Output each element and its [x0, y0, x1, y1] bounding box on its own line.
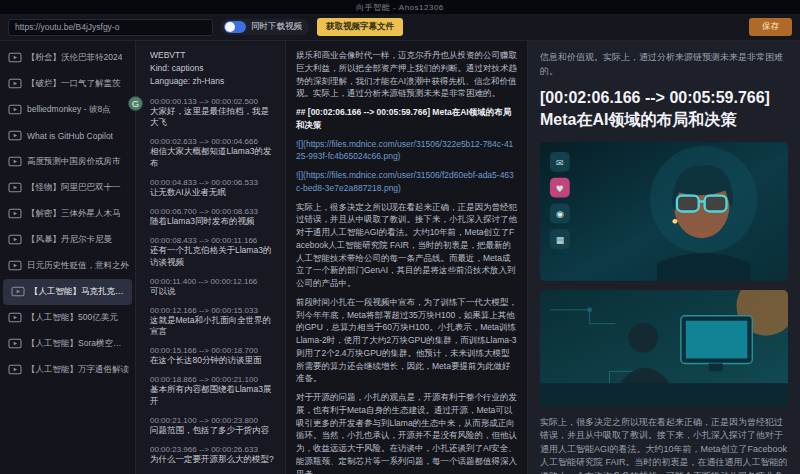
subtitle-text: 这就是Meta和小扎面向全世界的宣言	[150, 315, 277, 339]
subtitle-timestamp: 00:00:04.833 --> 00:00:06.533	[150, 178, 277, 187]
video-icon	[8, 364, 22, 376]
subtitle-timestamp: 00:00:12.166 --> 00:00:15.033	[150, 306, 277, 315]
markdown-editor[interactable]: 娱乐和商业会像时代一样，迈克尔乔丹也从投资的公司赚取巨大利益，所以把全部资产押上…	[286, 41, 528, 474]
preview-panel: 信息和价值观。实际上，通过分析来源链预测未来是非常困难的。 [00:02:06.…	[528, 41, 800, 474]
editor-paragraph[interactable]: 娱乐和商业会像时代一样，迈克尔乔丹也从投资的公司赚取巨大利益，所以把全部资产押上…	[296, 49, 517, 100]
app-window: 向乎智能 - Ahos12306 同时下载视频 获取视频字幕文件 保存	[0, 0, 800, 474]
video-list-item[interactable]: 【人工智能】万字通俗解读	[0, 357, 135, 383]
editor-paragraph-text: ## [00:02:06.166 --> 00:05:59.766] Meta在…	[296, 107, 511, 130]
subtitle-timestamp: 00:00:08.433 --> 00:00:11.166	[150, 236, 277, 245]
subtitle-text: 可以说	[150, 286, 277, 298]
video-list-item[interactable]: 【破烂】一口气了解盖茨	[0, 71, 135, 97]
video-list-item-label: 日元历史性贬值，意料之外	[27, 260, 129, 272]
subtitle-entry[interactable]: 00:00:04.833 --> 00:00:06.533 让无数AI从业者无眠	[150, 178, 277, 199]
video-list-item[interactable]: 【风暴】丹尼尔卡尼曼	[0, 227, 135, 253]
video-icon	[8, 52, 22, 64]
video-list-item[interactable]: 【怪物】阿里巴巴双十一	[0, 175, 135, 201]
avatar-badge[interactable]: G	[128, 96, 143, 111]
subtitle-text: 为什么一定要开源那么大的模型?	[150, 454, 277, 466]
subtitle-text: 还有一个扎克伯格关于Llama3的访谈视频	[150, 245, 277, 269]
video-list-item[interactable]: belliedmonkey - 彼8点	[0, 97, 135, 123]
video-icon	[8, 130, 22, 142]
vtt-kind-line: Kind: captions	[150, 62, 277, 75]
video-list-item-label: 高度预测中国房价或房市	[27, 156, 121, 168]
subtitle-text: 相信大家大概都知道Llama3的发布	[150, 146, 277, 170]
download-video-toggle[interactable]: 同时下载视频	[221, 19, 309, 35]
subtitle-timestamp: 00:00:00.133 --> 00:00:02.500	[150, 97, 277, 106]
url-input[interactable]	[8, 19, 213, 36]
svg-text:◉: ◉	[556, 209, 564, 219]
video-list-item-label: 【破烂】一口气了解盖茨	[27, 78, 121, 90]
editor-paragraph[interactable]: 实际上，很多决定之所以现在看起来正确，正是因为曾经犯过错误，并且从中吸取了教训。…	[296, 201, 517, 290]
video-list-item[interactable]: 【人工智能】马克扎克伯格	[3, 279, 132, 305]
video-icon	[8, 312, 22, 324]
video-icon	[8, 338, 22, 350]
video-list-item[interactable]: What is GitHub Copilot	[0, 123, 135, 149]
vtt-format-line: WEBVTT	[150, 49, 277, 62]
video-icon	[8, 156, 22, 168]
svg-text:▦: ▦	[556, 235, 564, 245]
editor-paragraph-text: 对于开源的问题，小扎的观点是，开源有利于整个行业的发展，也有利于Meta自身的生…	[296, 392, 517, 474]
video-list-item-label: 【怪物】阿里巴巴双十一	[27, 182, 121, 194]
subtitle-timestamp: 00:00:11.400 --> 00:00:12.166	[150, 277, 277, 286]
save-button[interactable]: 保存	[749, 18, 792, 36]
subtitle-timestamp: 00:00:15.166 --> 00:00:18.700	[150, 346, 277, 355]
subtitle-text: 在这个长达80分钟的访谈里面	[150, 355, 277, 367]
subtitle-entry[interactable]: 00:00:12.166 --> 00:00:15.033 这就是Meta和小扎…	[150, 306, 277, 339]
editor-paragraph[interactable]: ![](https://files.mdnice.com/user/31506/…	[296, 138, 517, 164]
video-list-item-label: 【风暴】丹尼尔卡尼曼	[27, 234, 112, 246]
video-icon	[8, 260, 22, 272]
subtitle-entry[interactable]: 00:00:15.166 --> 00:00:18.700 在这个长达80分钟的…	[150, 346, 277, 367]
video-list-item[interactable]: 日元历史性贬值，意料之外	[0, 253, 135, 279]
editor-paragraph-text: 娱乐和商业会像时代一样，迈克尔乔丹也从投资的公司赚取巨大利益，所以把全部资产押上…	[296, 50, 517, 98]
subtitle-entry[interactable]: 00:00:18.866 --> 00:00:21.100 基本所有内容都围绕着…	[150, 375, 277, 408]
editor-paragraph[interactable]: 前段时间小扎在一段视频中宣布，为了训练下一代大模型，到今年年底，Meta将部署超…	[296, 296, 517, 385]
subtitle-text: 随着Llama3同时发布的视频	[150, 216, 277, 228]
svg-text:✉: ✉	[556, 158, 563, 168]
subtitle-timestamp: 00:00:23.966 --> 00:00:26.633	[150, 445, 277, 454]
editor-paragraph[interactable]: ![](https://files.mdnice.com/user/31506/…	[296, 169, 517, 195]
subtitle-entry[interactable]: 00:00:02.633 --> 00:00:04.666 相信大家大概都知道L…	[150, 137, 277, 170]
subtitle-entry[interactable]: 00:00:00.133 --> 00:00:02.500 大家好，这里是最佳拍…	[150, 97, 277, 130]
subtitle-entry[interactable]: 00:00:21.100 --> 00:00:23.800 问题范围，包括了多少…	[150, 416, 277, 437]
editor-paragraph-text: ![](https://files.mdnice.com/user/31506/…	[296, 139, 513, 162]
fetch-subtitles-button[interactable]: 获取视频字幕文件	[317, 18, 403, 36]
main-content: 【粉盒】沃伦巴菲特2024 【破烂】一口气了解盖茨	[0, 41, 800, 474]
editor-paragraph-text: 实际上，很多决定之所以现在看起来正确，正是因为曾经犯过错误，并且从中吸取了教训。…	[296, 202, 517, 289]
video-list-item-label: 【解密】三体外星人木马	[27, 208, 121, 220]
video-list-item[interactable]: 【解密】三体外星人木马	[0, 201, 135, 227]
video-list-item[interactable]: 【人工智能】Sora横空出世	[0, 331, 135, 357]
video-icon	[8, 78, 22, 90]
subtitle-entry[interactable]: 00:00:06.700 --> 00:00:08.633 随着Llama3同时…	[150, 207, 277, 228]
editor-paragraph-text: ![](https://files.mdnice.com/user/31506/…	[296, 170, 514, 193]
preview-body-text: 实际上，很多决定之所以现在看起来正确，正是因为曾经犯过错误，并且从中吸取了教训。…	[540, 416, 788, 474]
subtitle-timestamp: 00:00:02.633 --> 00:00:04.666	[150, 137, 277, 146]
subtitle-entry[interactable]: 00:00:11.400 --> 00:00:12.166 可以说	[150, 277, 277, 298]
video-icon	[8, 208, 22, 220]
video-icon	[8, 104, 22, 116]
video-list-item[interactable]: 【粉盒】沃伦巴菲特2024	[0, 45, 135, 71]
subtitle-text: 问题范围，包括了多少干货内容	[150, 425, 277, 437]
video-list-item-label: belliedmonkey - 彼8点	[27, 104, 111, 116]
video-list-item-label: 【人工智能】500亿美元	[27, 312, 118, 324]
subtitle-entry[interactable]: 00:00:23.966 --> 00:00:26.633 为什么一定要开源那么…	[150, 445, 277, 466]
toggle-label: 同时下载视频	[251, 21, 302, 33]
window-title: 向乎智能 - Ahos12306	[356, 2, 444, 13]
toggle-switch-icon[interactable]	[224, 21, 246, 33]
video-list-item-label: 【粉盒】沃伦巴菲特2024	[27, 52, 122, 64]
ai-illustration-1: ✉ ♥ ◉ ▦	[540, 142, 788, 281]
video-list-item-label: 【人工智能】Sora横空出世	[27, 338, 129, 350]
subtitle-text: 大家好，这里是最佳拍档，我是大飞	[150, 106, 277, 130]
video-icon	[8, 182, 22, 194]
video-list-sidebar: 【粉盒】沃伦巴菲特2024 【破烂】一口气了解盖茨	[0, 41, 136, 474]
video-list-item[interactable]: 【人工智能】500亿美元	[0, 305, 135, 331]
window-titlebar: 向乎智能 - Ahos12306	[0, 0, 800, 14]
video-list-item[interactable]: 高度预测中国房价或房市	[0, 149, 135, 175]
toolbar: 同时下载视频 获取视频字幕文件 保存	[0, 14, 800, 41]
editor-paragraph[interactable]: 对于开源的问题，小扎的观点是，开源有利于整个行业的发展，也有利于Meta自身的生…	[296, 391, 517, 474]
subtitle-text: 基本所有内容都围绕着Llama3展开	[150, 384, 277, 408]
video-list-item-label: What is GitHub Copilot	[27, 131, 113, 141]
editor-paragraph[interactable]: ## [00:02:06.166 --> 00:05:59.766] Meta在…	[296, 106, 517, 132]
subtitle-entry[interactable]: 00:00:08.433 --> 00:00:11.166 还有一个扎克伯格关于…	[150, 236, 277, 269]
subtitle-timestamp: 00:00:21.100 --> 00:00:23.800	[150, 416, 277, 425]
